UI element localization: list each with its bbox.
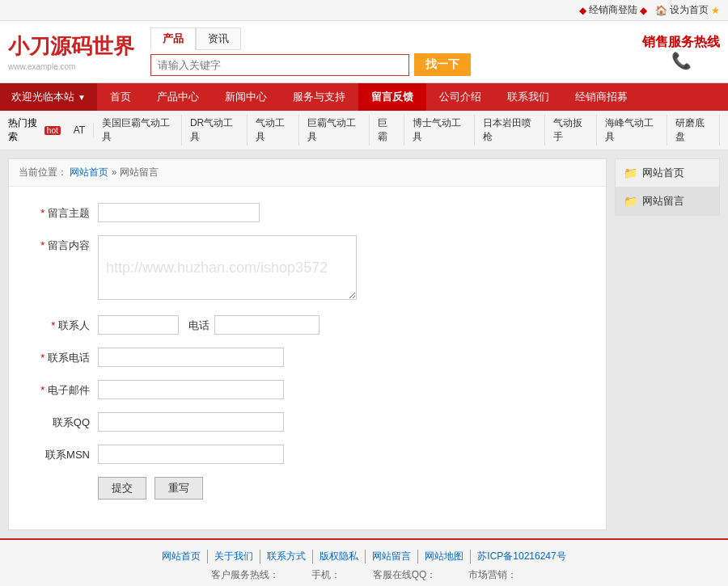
subnav-giant-pneumatic[interactable]: 巨霸气动工具	[299, 115, 370, 145]
hotline-label: 客户服务热线：	[211, 569, 279, 580]
content-label: * 留言内容	[33, 235, 98, 253]
form-row-title: * 留言主题	[33, 203, 582, 222]
sidebar-item-home[interactable]: 📁 网站首页	[616, 159, 719, 188]
homepage-label: 设为首页	[670, 3, 709, 17]
form-row-phone: * 联系电话	[33, 348, 582, 367]
product-info-tabs: 产品 资讯	[150, 27, 471, 50]
form-row-contact: * 联系人 电话	[33, 315, 582, 335]
home-icon: 🏠	[655, 5, 667, 16]
form-row-qq: 联系QQ	[33, 412, 582, 432]
subnav-giant[interactable]: 巨霸	[370, 115, 404, 145]
top-bar: ◆ 经销商登陆 ◆ 🏠 设为首页 ★	[0, 0, 728, 21]
breadcrumb: 当前位置： 网站首页 » 网站留言	[9, 159, 606, 187]
msn-label: 联系MSN	[33, 445, 98, 462]
form-row-content: * 留言内容 http://www.huzhan.com/ishop3572	[33, 235, 582, 302]
footer-link-privacy[interactable]: 版权隐私	[313, 550, 366, 563]
footer-link-home[interactable]: 网站首页	[155, 550, 208, 563]
subnav-us-giant[interactable]: 美国巨霸气动工具	[94, 115, 182, 145]
footer-link-sitemap[interactable]: 网站地图	[418, 550, 471, 563]
folder-icon-message: 📁	[624, 195, 637, 208]
search-row: 找一下	[150, 53, 471, 76]
hot-search-label: 热门搜索 hot	[8, 116, 66, 144]
main-nav: 欢迎光临本站 ▼ 首页 产品中心 新闻中心 服务与支持 留言反馈 公司介绍 联系…	[0, 83, 728, 111]
subnav-dr[interactable]: DR气动工具	[182, 115, 248, 145]
email-input[interactable]	[98, 380, 284, 399]
footer-link-icp[interactable]: 苏ICP备10216247号	[471, 550, 572, 563]
form-row-email: * 电子邮件	[33, 380, 582, 399]
hotline: 销售服务热线 📞	[642, 34, 720, 70]
diamond-icon-right: ◆	[640, 5, 647, 16]
sub-nav: 热门搜索 hot AT 美国巨霸气动工具 DR气动工具 气动工具 巨霸气动工具 …	[0, 111, 728, 150]
dropdown-arrow-icon: ▼	[78, 93, 86, 102]
hotline-title: 销售服务热线	[642, 34, 720, 51]
nav-service[interactable]: 服务与支持	[280, 83, 358, 111]
dealer-label: 经销商登陆	[589, 3, 637, 17]
sidebar: 📁 网站首页 📁 网站留言	[615, 158, 720, 530]
breadcrumb-prefix: 当前位置：	[19, 167, 67, 178]
content-wrapper: 当前位置： 网站首页 » 网站留言 * 留言主题 * 留言内容 h	[0, 150, 728, 538]
footer-mobile: 手机：	[311, 568, 341, 582]
title-label: * 留言主题	[33, 203, 98, 221]
nav-dealer[interactable]: 经销商招募	[562, 83, 641, 111]
subnav-japan[interactable]: 日本岩田喷枪	[475, 115, 545, 145]
search-button[interactable]: 找一下	[414, 53, 471, 76]
subnav-bosch[interactable]: 博士气动工具	[404, 115, 475, 145]
footer: 网站首页 关于我们 联系方式 版权隐私 网站留言 网站地图 苏ICP备10216…	[0, 538, 728, 586]
footer-link-message[interactable]: 网站留言	[366, 550, 418, 563]
required-star-2: *	[40, 239, 48, 251]
submit-button[interactable]: 提交	[98, 477, 146, 500]
search-input[interactable]	[150, 54, 409, 76]
footer-qq: 客服在线QQ：	[373, 568, 437, 582]
required-star-4: *	[40, 352, 48, 364]
footer-link-contact[interactable]: 联系方式	[260, 550, 313, 563]
contact-input[interactable]	[98, 315, 179, 335]
reset-button[interactable]: 重写	[154, 477, 203, 500]
nav-news[interactable]: 新闻中心	[212, 83, 280, 111]
sidebar-label-home: 网站首页	[642, 166, 684, 180]
tel-input[interactable]	[214, 315, 320, 335]
phone-input[interactable]	[98, 348, 284, 367]
star-icon: ★	[711, 5, 720, 16]
contact-label: * 联系人	[33, 315, 98, 333]
footer-links: 网站首页 关于我们 联系方式 版权隐私 网站留言 网站地图 苏ICP备10216…	[8, 550, 720, 563]
logo: 小刀源码世界 www.example.com	[8, 32, 134, 72]
nav-feedback[interactable]: 留言反馈	[358, 83, 426, 111]
msn-input[interactable]	[98, 445, 284, 464]
folder-icon-home: 📁	[624, 167, 637, 179]
qq-label: 联系QQ	[33, 412, 98, 430]
nav-home[interactable]: 首页	[97, 83, 144, 111]
message-form: * 留言主题 * 留言内容 http://www.huzhan.com/isho…	[9, 187, 606, 516]
subnav-haifeng[interactable]: 海峰气动工具	[597, 115, 667, 145]
required-star-5: *	[40, 384, 48, 396]
mobile-label: 手机：	[311, 569, 341, 580]
diamond-icon-left: ◆	[579, 5, 586, 16]
nav-contact[interactable]: 联系我们	[494, 83, 562, 111]
tel-inline-label: 电话	[188, 315, 210, 333]
title-input[interactable]	[98, 203, 260, 222]
form-row-msn: 联系MSN	[33, 445, 582, 464]
tab-news[interactable]: 资讯	[196, 27, 241, 50]
tab-product[interactable]: 产品	[150, 27, 196, 50]
footer-link-about[interactable]: 关于我们	[208, 550, 260, 563]
subnav-at[interactable]: AT	[66, 123, 94, 137]
nav-products[interactable]: 产品中心	[144, 83, 212, 111]
homepage-link[interactable]: 🏠 设为首页 ★	[655, 3, 720, 17]
sidebar-item-message[interactable]: 📁 网站留言	[616, 188, 719, 215]
subnav-grind[interactable]: 研磨底盘	[667, 115, 720, 145]
subnav-pneumatic[interactable]: 气动工具	[248, 115, 300, 145]
required-star: *	[40, 207, 48, 219]
footer-market: 市场营销：	[468, 568, 517, 582]
welcome-dropdown[interactable]: 欢迎光临本站 ▼	[0, 83, 97, 111]
content-textarea[interactable]	[98, 235, 357, 300]
phone-icon: 📞	[642, 51, 720, 70]
subnav-wrench[interactable]: 气动扳手	[545, 115, 598, 145]
breadcrumb-home[interactable]: 网站首页	[70, 167, 108, 178]
email-label: * 电子邮件	[33, 380, 98, 398]
footer-service: 客户服务热线： 手机： 客服在线QQ： 市场营销：	[8, 568, 720, 582]
main-content: 当前位置： 网站首页 » 网站留言 * 留言主题 * 留言内容 h	[8, 158, 607, 530]
dealer-link[interactable]: ◆ 经销商登陆 ◆	[579, 3, 647, 17]
qq-input[interactable]	[98, 412, 284, 432]
footer-hotline: 客户服务热线：	[211, 568, 279, 582]
qq-label-footer: 客服在线QQ：	[373, 569, 437, 580]
nav-about[interactable]: 公司介绍	[426, 83, 494, 111]
